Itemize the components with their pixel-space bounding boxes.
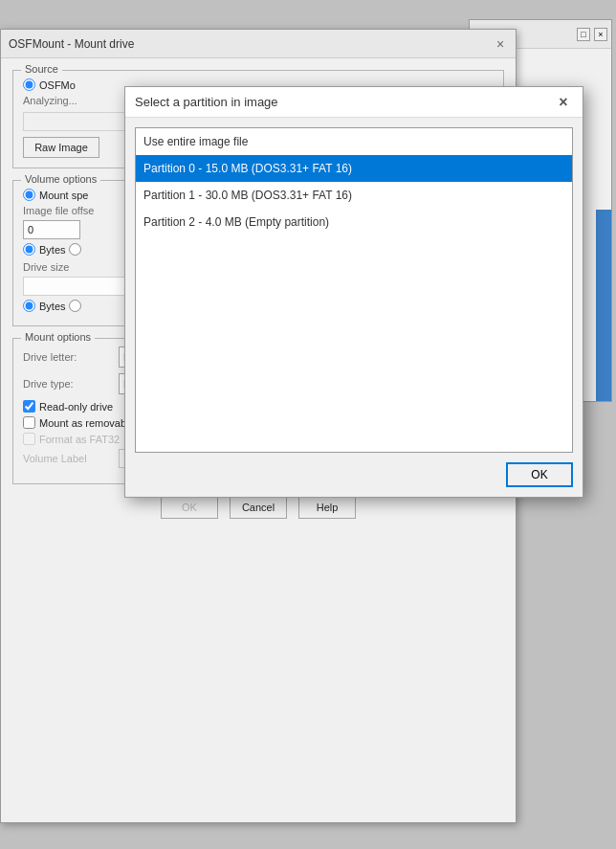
bottom-button-bar: OK Cancel Help: [12, 496, 504, 519]
partition-item[interactable]: Partition 2 - 4.0 MB (Empty partition): [136, 209, 572, 235]
volume-options-label: Volume options: [21, 173, 100, 185]
partition-dialog-close-button[interactable]: ×: [554, 93, 573, 112]
partition-dialog-title: Select a partition in image: [135, 95, 278, 109]
offset-input[interactable]: [23, 220, 80, 239]
partition-dialog: Select a partition in image × Use entire…: [124, 86, 583, 498]
mount-options-label: Mount options: [21, 331, 95, 343]
bytes-radio1b[interactable]: [69, 243, 81, 256]
bytes-radio2[interactable]: [23, 300, 35, 312]
cancel-button[interactable]: Cancel: [230, 496, 287, 519]
volume-label-text: Volume Label: [23, 453, 119, 464]
partition-list[interactable]: Use entire image filePartition 0 - 15.0 …: [135, 127, 573, 453]
ok-button[interactable]: OK: [161, 496, 218, 519]
mount-drive-close-button[interactable]: ×: [493, 36, 508, 52]
read-only-label: Read-only drive: [39, 401, 113, 413]
partition-item[interactable]: Partition 1 - 30.0 MB (DOS3.31+ FAT 16): [136, 182, 572, 209]
help-button[interactable]: Help: [298, 496, 356, 519]
partition-ok-button[interactable]: OK: [506, 462, 573, 487]
bytes-label2: Bytes: [39, 301, 66, 312]
drive-type-label: Drive type:: [23, 378, 119, 390]
partition-item[interactable]: Partition 0 - 15.0 MB (DOS3.31+ FAT 16): [136, 155, 572, 182]
mount-spe-label: Mount spe: [39, 190, 88, 201]
bytes-label1: Bytes: [39, 244, 66, 256]
mount-drive-title: OSFMount - Mount drive: [9, 37, 134, 51]
raw-image-button[interactable]: Raw Image: [23, 137, 99, 158]
partition-dialog-footer: OK: [135, 462, 573, 487]
secondary-close-button[interactable]: ×: [594, 28, 607, 41]
source-radio[interactable]: [23, 78, 35, 91]
scroll-bar-area: [596, 210, 611, 401]
partition-dialog-titlebar: Select a partition in image ×: [125, 87, 583, 118]
drive-letter-label: Drive letter:: [23, 351, 119, 363]
removable-media-checkbox[interactable]: [23, 416, 35, 429]
format-fat32-checkbox[interactable]: [23, 433, 35, 445]
mount-spe-radio[interactable]: [23, 189, 35, 201]
read-only-checkbox[interactable]: [23, 400, 35, 413]
partition-item[interactable]: Use entire image file: [136, 128, 572, 155]
bytes-radio2b[interactable]: [69, 300, 81, 312]
partition-dialog-body: Use entire image filePartition 0 - 15.0 …: [125, 118, 583, 497]
format-fat32-label: Format as FAT32: [39, 434, 120, 445]
secondary-min-button[interactable]: □: [577, 28, 590, 41]
source-radio-label: OSFMo: [39, 79, 76, 91]
mount-drive-titlebar: OSFMount - Mount drive ×: [1, 30, 516, 58]
source-group-label: Source: [21, 63, 62, 75]
bytes-radio1[interactable]: [23, 243, 35, 256]
